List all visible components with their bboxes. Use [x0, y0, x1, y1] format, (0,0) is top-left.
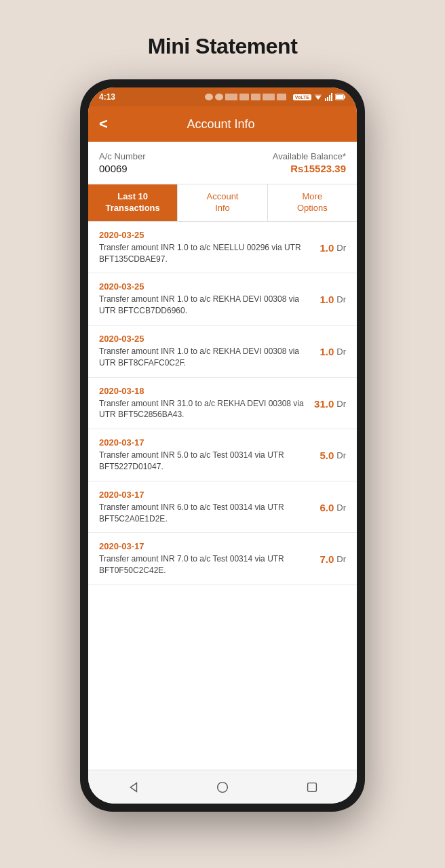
- txn-type-4: Dr: [336, 450, 346, 460]
- tabs-row: Last 10 Transactions Account Info More O…: [88, 184, 357, 222]
- txn-amount-3: 31.0: [314, 398, 334, 410]
- wifi-icon: [313, 93, 323, 101]
- txn-desc-3: Transfer amount INR 31.0 to a/c REKHA DE…: [99, 398, 306, 421]
- svg-point-10: [218, 782, 228, 792]
- svg-rect-2: [325, 98, 326, 101]
- balance-label: Available Balance*: [273, 151, 346, 161]
- account-number-section: A/c Number 00069: [99, 151, 146, 174]
- nav-home-button[interactable]: [215, 780, 230, 795]
- txn-amount-4: 5.0: [320, 450, 334, 461]
- txn-type-6: Dr: [336, 553, 346, 564]
- account-summary: A/c Number 00069 Available Balance* Rs15…: [88, 142, 357, 184]
- txn-date-1: 2020-03-25: [99, 281, 311, 292]
- transactions-list: 2020-03-25 Transfer amount INR 1.0 to a/…: [88, 222, 357, 770]
- svg-marker-9: [130, 783, 136, 791]
- txn-type-3: Dr: [336, 398, 346, 409]
- txn-type-1: Dr: [336, 294, 346, 304]
- tab-last-transactions[interactable]: Last 10 Transactions: [88, 184, 178, 221]
- status-icons: VoLTE: [205, 93, 346, 101]
- txn-left-0: 2020-03-25 Transfer amount INR 1.0 to a/…: [99, 230, 311, 265]
- nav-bar: [88, 770, 357, 804]
- back-nav-icon: [125, 780, 140, 795]
- txn-type-2: Dr: [336, 346, 346, 357]
- txn-right-0: 1.0 Dr: [320, 230, 346, 254]
- txn-right-6: 7.0 Dr: [320, 541, 346, 565]
- balance-value: Rs15523.39: [273, 163, 346, 174]
- svg-rect-8: [344, 96, 345, 98]
- txn-left-4: 2020-03-17 Transfer amount INR 5.0 to a/…: [99, 437, 311, 473]
- battery-icon: [335, 94, 346, 100]
- txn-desc-6: Transfer amount INR 7.0 to a/c Test 0031…: [99, 553, 311, 576]
- phone-frame: 4:13 VoLTE: [80, 79, 365, 812]
- txn-amount-0: 1.0: [320, 242, 334, 254]
- txn-right-4: 5.0 Dr: [320, 437, 346, 461]
- svg-marker-1: [314, 95, 322, 98]
- txn-left-1: 2020-03-25 Transfer amount INR 1.0 to a/…: [99, 281, 311, 317]
- tab-more-options[interactable]: More Options: [268, 184, 357, 221]
- txn-left-3: 2020-03-18 Transfer amount INR 31.0 to a…: [99, 386, 306, 421]
- transaction-item: 2020-03-17 Transfer amount INR 5.0 to a/…: [88, 429, 357, 481]
- txn-left-2: 2020-03-25 Transfer amount INR 1.0 to a/…: [99, 334, 311, 369]
- status-time: 4:13: [99, 92, 115, 102]
- home-nav-icon: [215, 780, 230, 795]
- transaction-item: 2020-03-25 Transfer amount INR 1.0 to a/…: [88, 222, 357, 274]
- signal-icon: [325, 93, 333, 101]
- header-title: Account Info: [116, 117, 326, 132]
- volte-badge: VoLTE: [293, 94, 311, 100]
- txn-type-5: Dr: [336, 502, 346, 513]
- nav-recent-button[interactable]: [305, 780, 320, 795]
- txn-left-5: 2020-03-17 Transfer amount INR 6.0 to a/…: [99, 490, 311, 525]
- txn-desc-4: Transfer amount INR 5.0 to a/c Test 0031…: [99, 450, 311, 473]
- tab-account-info[interactable]: Account Info: [178, 184, 267, 221]
- svg-rect-4: [329, 95, 330, 101]
- txn-desc-0: Transfer amount INR 1.0 to a/c NEELLU 00…: [99, 242, 311, 265]
- txn-amount-5: 6.0: [320, 502, 334, 513]
- txn-right-1: 1.0 Dr: [320, 281, 346, 305]
- transaction-item: 2020-03-17 Transfer amount INR 7.0 to a/…: [88, 533, 357, 585]
- txn-left-6: 2020-03-17 Transfer amount INR 7.0 to a/…: [99, 541, 311, 576]
- back-button[interactable]: <: [99, 117, 108, 132]
- txn-date-5: 2020-03-17: [99, 490, 311, 500]
- recent-nav-icon: [305, 780, 320, 795]
- svg-rect-7: [336, 95, 343, 99]
- txn-date-4: 2020-03-17: [99, 437, 311, 448]
- txn-right-3: 31.0 Dr: [314, 386, 346, 410]
- txn-amount-2: 1.0: [320, 346, 334, 357]
- txn-date-2: 2020-03-25: [99, 334, 311, 344]
- txn-right-2: 1.0 Dr: [320, 334, 346, 357]
- txn-type-0: Dr: [336, 242, 346, 253]
- txn-date-6: 2020-03-17: [99, 541, 311, 551]
- status-bar: 4:13 VoLTE: [88, 87, 357, 106]
- txn-desc-2: Transfer amount INR 1.0 to a/c REKHA DEV…: [99, 346, 311, 369]
- txn-desc-1: Transfer amount INR 1.0 to a/c REKHA DEV…: [99, 294, 311, 317]
- txn-amount-6: 7.0: [320, 553, 334, 565]
- txn-right-5: 6.0 Dr: [320, 490, 346, 513]
- nav-back-button[interactable]: [125, 780, 140, 795]
- account-number-value: 00069: [99, 163, 146, 174]
- account-number-label: A/c Number: [99, 151, 146, 161]
- balance-section: Available Balance* Rs15523.39: [273, 151, 346, 174]
- txn-date-0: 2020-03-25: [99, 230, 311, 240]
- txn-desc-5: Transfer amount INR 6.0 to a/c Test 0031…: [99, 502, 311, 525]
- txn-amount-1: 1.0: [320, 294, 334, 305]
- svg-rect-3: [327, 97, 328, 101]
- transaction-item: 2020-03-25 Transfer amount INR 1.0 to a/…: [88, 273, 357, 326]
- txn-date-3: 2020-03-18: [99, 386, 306, 396]
- transaction-item: 2020-03-25 Transfer amount INR 1.0 to a/…: [88, 326, 357, 378]
- svg-rect-11: [308, 783, 317, 791]
- page-title: Mini Statement: [148, 34, 298, 59]
- svg-rect-5: [331, 93, 332, 101]
- app-header: < Account Info: [88, 106, 357, 142]
- transaction-item: 2020-03-18 Transfer amount INR 31.0 to a…: [88, 378, 357, 430]
- transaction-item: 2020-03-17 Transfer amount INR 6.0 to a/…: [88, 481, 357, 534]
